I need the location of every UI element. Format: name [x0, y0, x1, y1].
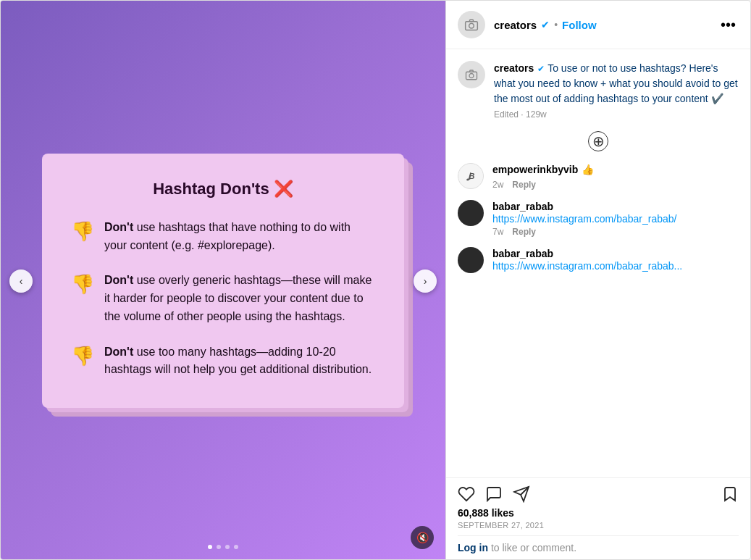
comment-row-3: babar_rabab https://www.instagram.com/ba… [458, 247, 739, 273]
caption-row: creators ✔ To use or not to use hashtags… [458, 61, 739, 120]
save-button[interactable] [721, 485, 739, 503]
caption-check: ✔️ [711, 93, 723, 104]
svg-rect-2 [466, 72, 477, 80]
thumb-icon-1: 👎 [71, 220, 94, 243]
thumb-icon-2: 👎 [71, 273, 94, 296]
like-button[interactable] [458, 485, 475, 503]
comment-username-2[interactable]: babar_rabab [492, 201, 553, 212]
comment-username-1[interactable]: empowerinkbyvib [492, 164, 578, 175]
svg-point-1 [469, 23, 474, 28]
comment-content-1: 👍 [582, 164, 594, 175]
plus-icon: ⊕ [592, 134, 605, 149]
comment-meta-1: 2w Reply [492, 180, 739, 190]
post-date: September 27, 2021 [458, 521, 739, 530]
header-info: creators ✔ • Follow [494, 19, 709, 31]
caption-avatar [458, 61, 485, 88]
caption-meta: Edited · 129w [494, 109, 739, 120]
post-image-panel: Hashtag Don'ts ❌ 👎 Don't use hashtags th… [1, 1, 445, 560]
load-more-row: ⊕ [458, 131, 739, 151]
card-bold-3: Don't [104, 346, 133, 358]
comment-body-babar1: babar_rabab https://www.instagram.com/ba… [492, 200, 739, 237]
comment-link-2[interactable]: https://www.instagram.com/babar_rabab... [492, 260, 739, 272]
card-text-1: Don't use hashtags that have nothing to … [104, 219, 375, 255]
verified-badge: ✔ [541, 19, 550, 30]
card-text-2: Don't use overly generic hashtags—these … [104, 272, 375, 325]
action-icons [458, 485, 739, 503]
card-bold-2: Don't [104, 274, 133, 286]
comment-username-3[interactable]: babar_rabab [492, 248, 553, 259]
carousel-dot-3[interactable] [225, 545, 230, 549]
header-dot: • [554, 19, 558, 30]
post-header: creators ✔ • Follow ••• [446, 1, 750, 49]
reply-button-1[interactable]: Reply [512, 180, 536, 190]
comment-time-2: 7w [492, 227, 503, 237]
comments-area: creators ✔ To use or not to use hashtags… [446, 49, 750, 477]
hashtag-card: Hashtag Don'ts ❌ 👎 Don't use hashtags th… [42, 154, 404, 409]
card-title: Hashtag Don'ts ❌ [71, 180, 375, 198]
card-text-3: Don't use too many hashtags—adding 10-20… [104, 343, 375, 380]
comment-avatar-babar1 [458, 200, 484, 226]
comment-avatar-babar2 [458, 247, 484, 273]
card-item-2: 👎 Don't use overly generic hashtags—thes… [71, 272, 375, 325]
mute-icon: 🔇 [416, 532, 429, 543]
comment-avatar-empowerinkbyvib: ʝB [458, 163, 484, 189]
caption-verified: ✔ [537, 64, 545, 74]
card-item-1: 👎 Don't use hashtags that have nothing t… [71, 219, 375, 255]
login-prompt: Log in to like or comment. [458, 535, 739, 553]
carousel-dots [208, 545, 238, 549]
comment-meta-2: 7w Reply [492, 227, 739, 237]
post-sidebar: creators ✔ • Follow ••• [445, 1, 750, 559]
comment-body-empowerinkbyvib: empowerinkbyvib 👍 2w Reply [492, 163, 739, 190]
card-bold-1: Don't [104, 221, 133, 233]
carousel-dot-1[interactable] [208, 545, 212, 549]
comment-row-2: babar_rabab https://www.instagram.com/ba… [458, 200, 739, 237]
login-link[interactable]: Log in [458, 542, 488, 553]
actions-bar: 60,888 likes September 27, 2021 Log in t… [446, 477, 750, 559]
likes-count: 60,888 likes [458, 507, 739, 519]
svg-point-3 [469, 74, 474, 78]
comment-body-babar2: babar_rabab https://www.instagram.com/ba… [492, 247, 739, 272]
load-more-button[interactable]: ⊕ [588, 131, 608, 151]
carousel-next-button[interactable]: › [414, 269, 437, 293]
comment-button[interactable] [485, 485, 503, 503]
caption-username[interactable]: creators [494, 62, 534, 74]
carousel-prev-button[interactable]: ‹ [9, 269, 33, 293]
avatar [458, 11, 485, 38]
comment-time-1: 2w [492, 180, 503, 190]
mute-button[interactable]: 🔇 [411, 526, 434, 549]
share-button[interactable] [513, 485, 530, 503]
comment-row: ʝB empowerinkbyvib 👍 2w Reply [458, 163, 739, 190]
login-suffix: to like or comment. [488, 542, 576, 553]
more-options-button[interactable]: ••• [718, 17, 739, 33]
comment-link-1[interactable]: https://www.instagram.com/babar_rabab/ [492, 213, 739, 225]
follow-button[interactable]: Follow [562, 19, 597, 31]
carousel-dot-4[interactable] [234, 545, 238, 549]
reply-button-2[interactable]: Reply [512, 227, 536, 237]
header-username[interactable]: creators [494, 19, 537, 31]
carousel-dot-2[interactable] [217, 545, 221, 549]
card-item-3: 👎 Don't use too many hashtags—adding 10-… [71, 343, 375, 380]
post-container: Hashtag Don'ts ❌ 👎 Don't use hashtags th… [0, 0, 751, 560]
caption-content: creators ✔ To use or not to use hashtags… [494, 61, 739, 120]
more-icon: ••• [721, 17, 736, 33]
thumb-icon-3: 👎 [71, 345, 94, 367]
